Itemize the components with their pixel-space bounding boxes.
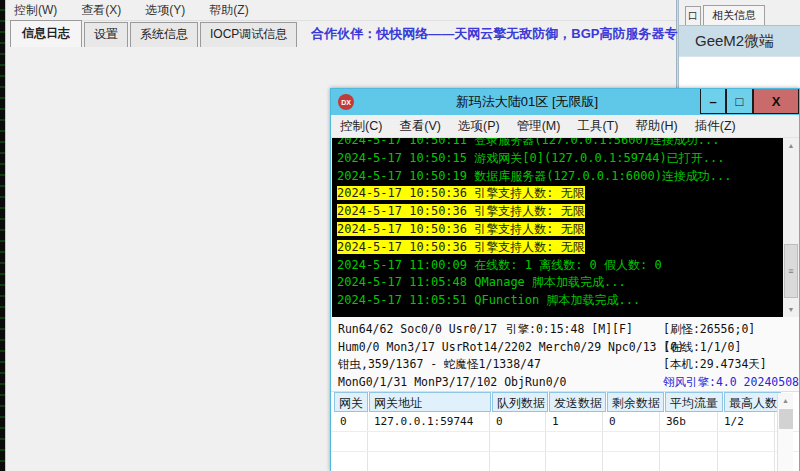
window-controls: – □ X	[700, 89, 799, 115]
cell	[718, 452, 775, 471]
stats-right: [本机:29.4734天]	[663, 356, 767, 374]
cell	[660, 452, 718, 471]
menu-item-选项(Y)[interactable]: 选项(Y)	[145, 2, 185, 19]
tab-stub[interactable]: 口	[685, 6, 701, 25]
log-line-text: 2024-5-17 11:00:09 在线数: 1 离线数: 0 假人数: 0	[337, 258, 662, 272]
stats-row-3: MonG0/1/31 MonP3/17/102 ObjRun0/0翎风引擎:4.…	[338, 374, 799, 392]
log-line: 2024-5-17 11:00:09 在线数: 1 离线数: 0 假人数: 0	[337, 257, 783, 275]
menu-item-控制(C)[interactable]: 控制(C)	[340, 118, 382, 135]
column-header-队列数据[interactable]: 队列数据	[492, 392, 548, 412]
cell	[334, 432, 368, 451]
geem2-micro-client-window: 口 相关信息 GeeM2微端	[678, 0, 800, 88]
menu-item-帮助(Z)[interactable]: 帮助(Z)	[209, 2, 248, 19]
main-log-vertical-scrollbar[interactable]: ▲ ≡ ▼	[783, 138, 799, 317]
table-vertical-scrollbar[interactable]: ▲	[777, 393, 793, 471]
game-engine-window: DX 新玛法大陆01区 [无限版] – □ X 控制(C)查看(V)选项(P)管…	[330, 88, 800, 471]
menu-item-查看(X)[interactable]: 查看(X)	[81, 2, 121, 19]
cell: 127.0.0.1:59744	[368, 412, 490, 431]
table-row[interactable]: 0127.0.0.1:5974401036b1/2	[331, 412, 799, 432]
column-header-网关地址[interactable]: 网关地址	[369, 392, 491, 412]
main-log-console[interactable]: 2024-5-17 10:50:11 登录服务器(127.0.0.1:5600)…	[332, 138, 783, 317]
log-line-text: 2024-5-17 10:50:19 数据库服务器(127.0.0.1:6000…	[337, 169, 732, 183]
log-line: 2024-5-17 10:50:36 引擎支持人数: 无限	[337, 185, 783, 203]
log-line: 2024-5-17 10:50:36 引擎支持人数: 无限	[337, 203, 783, 221]
column-header-平均流量[interactable]: 平均流量	[665, 392, 723, 412]
cell	[603, 452, 660, 471]
tab-系统信息[interactable]: 系统信息	[130, 22, 198, 47]
partner-ad-text: 合作伙伴：快快网络——天网云擎无敌防御，BGP高防服务器专家	[311, 25, 690, 43]
stats-mid: 引擎:0:15:48 [M][F]	[506, 321, 633, 339]
gateway-table: 网关网关地址队列数据发送数据剩余数据平均流量最高人数 0127.0.0.1:59…	[331, 391, 799, 471]
log-line: 2024-5-17 10:50:15 游戏网关[0](127.0.0.1:597…	[337, 150, 783, 168]
menu-item-查看(V)[interactable]: 查看(V)	[399, 118, 441, 135]
column-header-发送数据[interactable]: 发送数据	[549, 392, 606, 412]
corner-tab-bar: 口 相关信息	[679, 7, 800, 26]
cell	[334, 452, 368, 471]
stats-row-0: Run64/62 Soc0/0 Usr0/17引擎:0:15:48 [M][F]…	[338, 321, 799, 339]
stats-left: 钳虫,359/1367 - 蛇魔怪1/1338/47	[338, 357, 541, 371]
menu-item-插件(Z)[interactable]: 插件(Z)	[695, 118, 736, 135]
cell	[368, 452, 490, 471]
log-line: 2024-5-17 10:50:11 登录服务器(127.0.0.1:5600)…	[337, 138, 783, 150]
geem2-title: GeeM2微端	[679, 26, 800, 56]
stats-left: MonG0/1/31 MonP3/17/102 ObjRun0/0	[338, 375, 566, 389]
column-header-剩余数据[interactable]: 剩余数据	[607, 392, 664, 412]
scroll-up-icon[interactable]: ▲	[778, 393, 793, 408]
cell	[546, 452, 603, 471]
stats-left: Hum0/0 Mon3/17 UsrRot14/2202 Merch0/29 N…	[338, 340, 684, 354]
log-line-text: 2024-5-17 11:05:48 QManage 脚本加载完成...	[337, 275, 626, 289]
stats-row-2: 钳虫,359/1367 - 蛇魔怪1/1338/47[本机:29.4734天]	[338, 356, 799, 374]
column-header-网关[interactable]: 网关	[334, 392, 368, 412]
maximize-button[interactable]: □	[726, 89, 753, 114]
log-line-text: 2024-5-17 10:50:36 引擎支持人数: 无限	[337, 222, 585, 236]
log-line-text: 2024-5-17 11:05:51 QFunction 脚本加载完成...	[337, 293, 640, 307]
log-line: 2024-5-17 10:50:19 数据库服务器(127.0.0.1:6000…	[337, 168, 783, 186]
stats-right: [刷怪:26556;0]	[663, 321, 755, 339]
engine-stats-panel: Run64/62 Soc0/0 Usr0/17引擎:0:15:48 [M][F]…	[331, 317, 799, 391]
cell	[546, 432, 603, 451]
cell	[368, 432, 490, 451]
close-button[interactable]: X	[753, 89, 799, 114]
cell: 36b	[660, 412, 718, 431]
menu-item-帮助(H)[interactable]: 帮助(H)	[635, 118, 677, 135]
cell	[490, 452, 546, 471]
stats-right: [在线:1/1/0]	[663, 339, 741, 357]
column-header-最高人数[interactable]: 最高人数	[724, 392, 781, 412]
title-bar[interactable]: DX 新玛法大陆01区 [无限版] – □ X	[331, 89, 799, 115]
log-line-text: 2024-5-17 10:50:36 引擎支持人数: 无限	[337, 204, 585, 218]
scroll-down-icon[interactable]: ▼	[783, 302, 799, 317]
gateway-table-header: 网关网关地址队列数据发送数据剩余数据平均流量最高人数	[331, 392, 799, 412]
log-line-text: 2024-5-17 10:50:11 登录服务器(127.0.0.1:5600)…	[337, 138, 720, 147]
tab-信息日志[interactable]: 信息日志	[10, 20, 82, 47]
scrollbar-thumb[interactable]: ≡	[784, 244, 798, 298]
table-row-empty	[331, 432, 799, 452]
cell: 0	[334, 412, 368, 431]
stats-row-1: Hum0/0 Mon3/17 UsrRot14/2202 Merch0/29 N…	[338, 339, 799, 357]
cell	[603, 432, 660, 451]
stats-left: Run64/62 Soc0/0 Usr0/17	[338, 322, 497, 336]
menu-item-工具(T)[interactable]: 工具(T)	[577, 118, 618, 135]
cell: 1/2	[718, 412, 775, 431]
log-line: 2024-5-17 11:05:51 QFunction 脚本加载完成...	[337, 292, 783, 310]
tab-IOCP调试信息[interactable]: IOCP调试信息	[200, 22, 297, 47]
menu-item-管理(M)[interactable]: 管理(M)	[517, 118, 561, 135]
cell: 0	[490, 412, 546, 431]
cell: 0	[603, 412, 660, 431]
cell: 1	[546, 412, 603, 431]
left-menubar: 控制(W)查看(X)选项(Y)帮助(Z)	[6, 0, 676, 21]
cell	[718, 432, 775, 451]
menu-item-控制(W)[interactable]: 控制(W)	[14, 2, 57, 19]
cell	[660, 432, 718, 451]
menu-item-选项(P)[interactable]: 选项(P)	[458, 118, 500, 135]
cell	[490, 432, 546, 451]
app-icon: DX	[338, 94, 354, 110]
scrollbar-thumb[interactable]	[779, 409, 793, 429]
tab-设置[interactable]: 设置	[84, 22, 128, 47]
main-menubar: 控制(C)查看(V)选项(P)管理(M)工具(T)帮助(H)插件(Z)	[331, 115, 799, 138]
minimize-button[interactable]: –	[700, 89, 726, 114]
log-line: 2024-5-17 11:05:48 QManage 脚本加载完成...	[337, 274, 783, 292]
tab-related-info[interactable]: 相关信息	[703, 5, 765, 25]
log-line-text: 2024-5-17 10:50:36 引擎支持人数: 无限	[337, 186, 585, 200]
scroll-up-icon[interactable]: ▲	[783, 138, 799, 153]
geem2-body	[679, 56, 800, 88]
